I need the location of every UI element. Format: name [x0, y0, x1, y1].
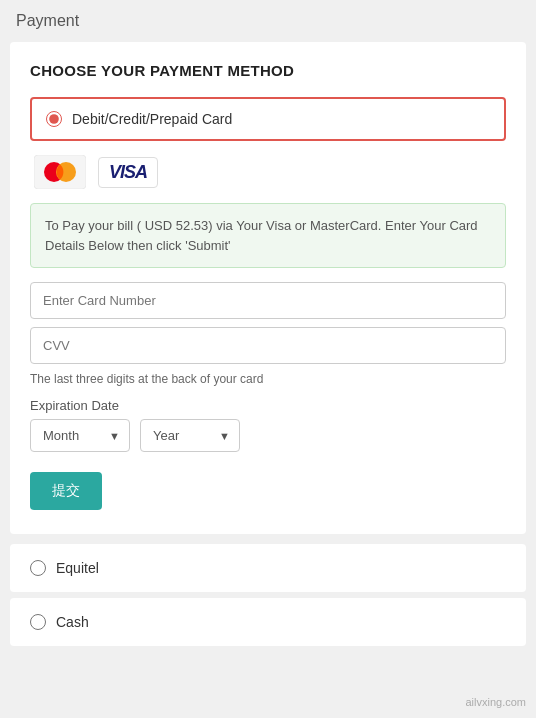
card-number-input[interactable]	[30, 282, 506, 319]
debit-credit-option[interactable]: Debit/Credit/Prepaid Card	[30, 97, 506, 141]
cash-label: Cash	[56, 614, 89, 630]
page-title: Payment	[0, 0, 536, 42]
mastercard-icon	[34, 155, 86, 189]
cvv-input[interactable]	[30, 327, 506, 364]
main-card: CHOOSE YOUR PAYMENT METHOD Debit/Credit/…	[10, 42, 526, 534]
visa-icon: VISA	[98, 157, 158, 188]
debit-credit-radio[interactable]	[46, 111, 62, 127]
year-wrapper: Year 202420252026 202720282029 2030 ▼	[140, 419, 240, 452]
watermark: ailvxing.com	[465, 696, 526, 708]
section-title: CHOOSE YOUR PAYMENT METHOD	[30, 62, 506, 79]
equitel-option[interactable]: Equitel	[10, 544, 526, 592]
equitel-radio[interactable]	[30, 560, 46, 576]
year-select[interactable]: Year 202420252026 202720282029 2030	[140, 419, 240, 452]
month-select[interactable]: Month 010203 040506 070809 101112	[30, 419, 130, 452]
cash-radio[interactable]	[30, 614, 46, 630]
info-box: To Pay your bill ( USD 52.53) via Your V…	[30, 203, 506, 268]
expiration-label: Expiration Date	[30, 398, 506, 413]
cash-option[interactable]: Cash	[10, 598, 526, 646]
expiration-row: Month 010203 040506 070809 101112 ▼ Year…	[30, 419, 506, 452]
month-wrapper: Month 010203 040506 070809 101112 ▼	[30, 419, 130, 452]
debit-credit-label: Debit/Credit/Prepaid Card	[72, 111, 232, 127]
cvv-hint: The last three digits at the back of you…	[30, 372, 506, 386]
equitel-label: Equitel	[56, 560, 99, 576]
card-logos: VISA	[30, 155, 506, 189]
submit-button[interactable]: 提交	[30, 472, 102, 510]
